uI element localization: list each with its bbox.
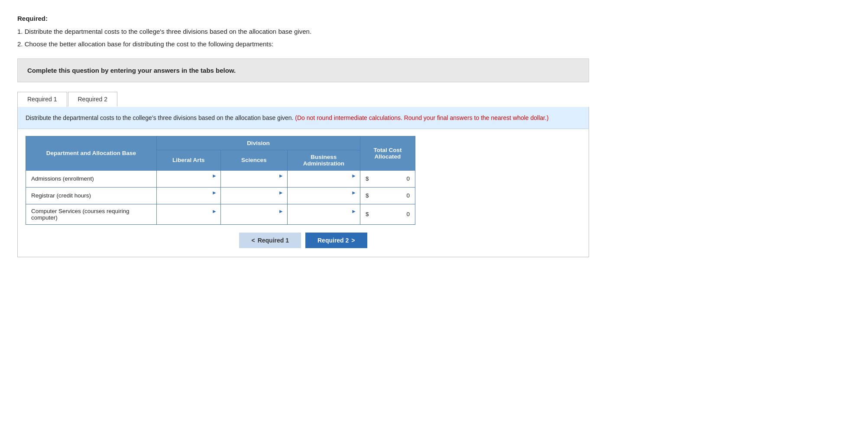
admissions-total-value: 0 [406,175,410,182]
tab-required2[interactable]: Required 2 [68,92,118,107]
dept-registrar: Registrar (credit hours) [26,187,157,204]
tab-content-area: Distribute the departmental costs to the… [17,107,589,257]
tab-required1[interactable]: Required 1 [17,92,67,107]
arrow-icon: ► [279,208,284,214]
arrow-icon: ► [212,190,217,196]
arrow-icon: ► [279,190,284,196]
instruction-item2: 2. Choose the better allocation base for… [17,39,589,50]
allocation-table: Department and Allocation Base Division … [26,136,415,225]
col-header-sciences: Sciences [220,150,287,170]
admissions-sciences-input[interactable] [223,179,285,185]
registrar-liberal-arts-input[interactable] [159,196,218,202]
arrow-icon: ► [351,208,356,214]
division-header: Division [156,136,360,150]
arrow-icon: ► [351,173,356,179]
prev-button[interactable]: < Required 1 [239,233,301,248]
instructions-section: Required: 1. Distribute the departmental… [17,13,589,50]
registrar-total-cell: $ 0 [360,187,415,204]
col-header-liberal-arts: Liberal Arts [156,150,220,170]
registrar-business-cell[interactable]: ► [287,187,360,204]
computer-sciences-cell[interactable]: ► [220,204,287,224]
admissions-business-cell[interactable]: ► [287,170,360,187]
computer-total-value: 0 [406,211,410,217]
admissions-liberal-arts-input[interactable] [159,179,218,185]
computer-liberal-arts-input[interactable] [159,214,218,221]
nav-buttons: < Required 1 Required 2 > [26,233,581,248]
complete-box: Complete this question by entering your … [17,58,589,82]
admissions-business-input[interactable] [290,179,357,185]
arrow-icon: ► [212,208,217,214]
table-wrapper: Department and Allocation Base Division … [18,129,589,257]
next-button[interactable]: Required 2 > [305,233,367,248]
registrar-business-input[interactable] [290,196,357,202]
computer-total-cell: $ 0 [360,204,415,224]
tabs-container: Required 1 Required 2 Distribute the dep… [17,92,589,257]
col-header-total: Total Cost Allocated [360,136,415,170]
prev-button-label: Required 1 [258,237,289,244]
tabs-row: Required 1 Required 2 [17,92,589,107]
admissions-dollar-sign: $ [366,175,369,182]
table-row: Computer Services (courses requiring com… [26,204,415,224]
instruction-red-text: (Do not round intermediate calculations.… [295,114,548,121]
table-row: Admissions (enrollment) ► ► ► [26,170,415,187]
next-icon: > [351,237,355,244]
arrow-icon: ► [279,173,284,179]
computer-sciences-input[interactable] [223,214,285,221]
admissions-total-cell: $ 0 [360,170,415,187]
required-label: Required: [17,15,48,22]
next-button-label: Required 2 [317,237,349,244]
complete-box-text: Complete this question by entering your … [27,67,236,74]
instruction-banner: Distribute the departmental costs to the… [18,107,589,129]
computer-liberal-arts-cell[interactable]: ► [156,204,220,224]
computer-business-input[interactable] [290,214,357,221]
registrar-total-value: 0 [406,192,410,199]
registrar-liberal-arts-cell[interactable]: ► [156,187,220,204]
dept-computer-services: Computer Services (courses requiring com… [26,204,157,224]
computer-dollar-sign: $ [366,211,369,217]
prev-icon: < [251,237,255,244]
arrow-icon: ► [351,190,356,196]
arrow-icon: ► [212,173,217,179]
registrar-sciences-input[interactable] [223,196,285,202]
instruction-main-text: Distribute the departmental costs to the… [26,114,293,121]
registrar-dollar-sign: $ [366,192,369,199]
col-header-business: Business Administration [287,150,360,170]
computer-business-cell[interactable]: ► [287,204,360,224]
admissions-sciences-cell[interactable]: ► [220,170,287,187]
registrar-sciences-cell[interactable]: ► [220,187,287,204]
col-header-dept: Department and Allocation Base [26,136,157,170]
admissions-liberal-arts-cell[interactable]: ► [156,170,220,187]
instruction-item1: 1. Distribute the departmental costs to … [17,26,589,37]
table-row: Registrar (credit hours) ► ► ► [26,187,415,204]
dept-admissions: Admissions (enrollment) [26,170,157,187]
